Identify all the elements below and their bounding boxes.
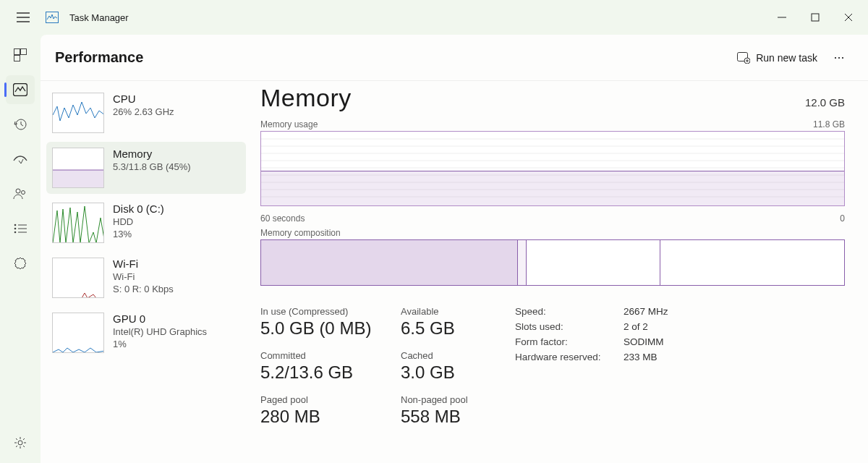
svg-point-9 [14,224,17,226]
disk-thumb [52,203,104,243]
memory-usage-chart [260,131,845,206]
side-item-title: Memory [113,148,191,160]
svg-rect-3 [21,49,27,55]
hwres-key: Hardware reserved: [515,352,624,362]
nav-startup-apps[interactable] [6,145,35,174]
committed-label: Committed [260,350,388,361]
history-icon [14,118,27,131]
paged-value: 280 MB [260,407,388,427]
hamburger-menu-button[interactable] [9,3,38,32]
nav-details[interactable] [6,214,35,243]
gpu-thumb [52,313,104,353]
run-task-icon [737,52,750,64]
nonpaged-label: Non-paged pool [401,394,502,405]
svg-point-8 [22,191,25,195]
window-controls [765,6,865,29]
side-item-sub: HDD [113,216,164,227]
usage-chart-label: Memory usage [260,119,318,129]
side-item-title: Wi-Fi [113,258,174,270]
svg-point-11 [14,232,17,234]
close-icon [844,13,853,22]
services-icon [14,257,27,270]
side-item-title: Disk 0 (C:) [113,203,164,215]
memory-specs: Speed:2667 MHz Slots used:2 of 2 Form fa… [515,306,668,427]
usage-x-right: 0 [840,213,845,224]
in-use-label: In use (Compressed) [260,306,388,317]
composition-in-use [261,240,518,285]
nonpaged-value: 558 MB [401,407,502,427]
maximize-icon [811,13,820,22]
side-item-sub: 5.3/11.8 GB (45%) [113,161,191,172]
side-item-wifi[interactable]: Wi-Fi Wi-Fi S: 0 R: 0 Kbps [46,252,246,304]
committed-value: 5.2/13.6 GB [260,362,388,383]
grid-icon [14,48,27,61]
nav-users[interactable] [6,179,35,208]
performance-side-list: CPU 26% 2.63 GHz Memory 5.3/11.8 GB (45%… [41,81,246,463]
window-title: Task Manager [69,12,129,23]
page: Performance Run new task ··· CPU 26% 2.6… [41,35,868,463]
nav-services[interactable] [6,249,35,278]
list-icon [14,224,27,234]
speed-val: 2667 MHz [624,306,668,317]
cpu-thumb [52,93,104,133]
memory-thumb [52,148,104,188]
titlebar: Task Manager [0,0,868,35]
side-item-title: CPU [113,93,174,105]
left-nav [0,35,41,463]
usage-x-left: 60 seconds [260,213,305,224]
svg-rect-2 [14,49,20,55]
side-item-sub2: S: 0 R: 0 Kbps [113,284,174,294]
hwres-val: 233 MB [624,352,658,362]
svg-point-7 [16,189,20,193]
side-item-sub: 26% 2.63 GHz [113,106,174,117]
svg-rect-15 [53,170,104,188]
side-item-disk0[interactable]: Disk 0 (C:) HDD 13% [46,197,246,249]
speed-key: Speed: [515,306,624,317]
more-options-button[interactable]: ··· [825,50,854,65]
svg-point-12 [18,441,22,445]
side-item-sub2: 13% [113,229,164,239]
nav-performance[interactable] [6,75,35,104]
side-item-sub: Wi-Fi [113,271,174,282]
svg-point-10 [14,228,17,230]
nav-processes[interactable] [6,41,35,69]
run-new-task-label: Run new task [756,52,817,64]
performance-icon [13,83,27,96]
minimize-icon [778,13,786,22]
side-item-gpu0[interactable]: GPU 0 Intel(R) UHD Graphics 1% [46,307,246,359]
available-value: 6.5 GB [401,318,502,339]
side-item-sub2: 1% [113,339,207,349]
main-panel: Memory 12.0 GB Memory usage 11.8 GB [246,81,868,463]
slots-val: 2 of 2 [624,321,648,332]
maximize-button[interactable] [799,6,832,29]
minimize-button[interactable] [765,6,799,29]
side-item-sub: Intel(R) UHD Graphics [113,326,207,337]
cached-value: 3.0 GB [401,362,502,383]
close-button[interactable] [832,6,865,29]
composition-modified [518,240,527,285]
composition-standby [527,240,660,285]
nav-app-history[interactable] [6,110,35,139]
gear-icon [14,436,27,449]
side-item-title: GPU 0 [113,313,207,325]
svg-rect-4 [14,56,20,61]
run-new-task-button[interactable]: Run new task [730,48,825,68]
hamburger-icon [17,12,30,22]
wifi-thumb [52,258,104,298]
nav-settings[interactable] [6,428,35,457]
form-key: Form factor: [515,336,624,347]
side-item-memory[interactable]: Memory 5.3/11.8 GB (45%) [46,142,246,194]
users-icon [13,187,27,200]
paged-label: Paged pool [260,394,388,405]
total-capacity: 12.0 GB [805,96,845,109]
app-icon [38,12,67,23]
composition-label: Memory composition [260,228,341,238]
ellipsis-icon: ··· [833,50,844,64]
page-title: Performance [55,49,143,66]
available-label: Available [401,306,502,317]
memory-composition-chart [260,239,845,286]
form-val: SODIMM [624,336,664,347]
main-title: Memory [260,84,352,112]
page-header: Performance Run new task ··· [41,35,868,81]
side-item-cpu[interactable]: CPU 26% 2.63 GHz [46,87,246,139]
